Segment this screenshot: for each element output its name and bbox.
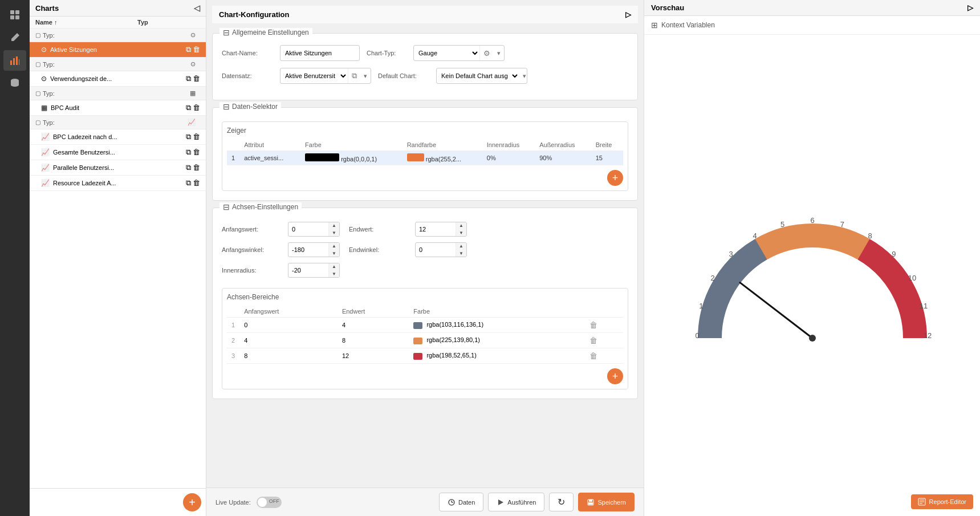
daten-button[interactable]: Daten xyxy=(439,493,483,511)
default-chart-select[interactable]: Kein Default Chart ausg xyxy=(437,71,519,81)
live-update-toggle[interactable]: OFF xyxy=(257,497,282,508)
datensatz-link-icon[interactable]: ⧉ xyxy=(348,68,360,83)
bereiche-th-empty xyxy=(227,306,239,318)
table-row[interactable]: 1 active_sessi... rgba(0,0,0,1) rgba(255… xyxy=(227,151,623,165)
chart-item-parallele[interactable]: 📈 Parallele Benutzersi... ⧉ 🗑 xyxy=(30,160,206,176)
nav-chart[interactable] xyxy=(3,50,26,71)
datensatz-select[interactable]: Aktive Benutzersit xyxy=(280,71,348,81)
chart-item-gesamte[interactable]: 📈 Gesamte Benutzersi... ⧉ 🗑 xyxy=(30,145,206,160)
config-title: Chart-Konfiguration xyxy=(219,10,289,19)
copy-icon-gesamte[interactable]: ⧉ xyxy=(186,148,191,157)
endwert-label: Endwert: xyxy=(349,226,406,233)
gauge-needle xyxy=(740,283,812,338)
group3-label: Typ: xyxy=(43,90,55,97)
bereiche-add-button[interactable]: + xyxy=(607,368,623,384)
ausfuehren-label: Ausführen xyxy=(507,499,536,506)
anfangswinkel-up[interactable]: ▲ xyxy=(329,242,339,250)
anfangswert-input[interactable] xyxy=(288,225,328,234)
add-chart-button[interactable]: + xyxy=(183,493,201,511)
item-name-audit: BPC Audit xyxy=(51,104,186,111)
refresh-button[interactable]: ↻ xyxy=(549,493,574,511)
delete-icon-parallele[interactable]: 🗑 xyxy=(193,163,200,172)
copy-icon-aktive[interactable]: ⧉ xyxy=(186,45,191,54)
copy-icon-verw[interactable]: ⧉ xyxy=(186,74,191,83)
gauge-label-9: 9 xyxy=(892,250,896,258)
preview-expand[interactable]: ▷ xyxy=(967,3,973,12)
anfangswert-down[interactable]: ▼ xyxy=(329,229,339,237)
endwinkel-down[interactable]: ▼ xyxy=(456,250,466,257)
config-collapse-right[interactable]: ▷ xyxy=(625,10,631,19)
endwert-up[interactable]: ▲ xyxy=(456,222,466,229)
nav-database[interactable] xyxy=(3,73,26,94)
svg-marker-12 xyxy=(498,499,503,505)
delete-icon-gesamte[interactable]: 🗑 xyxy=(193,148,200,157)
charts-title: Charts xyxy=(35,4,59,13)
chart-item-bpc-audit[interactable]: ▦ BPC Audit ⧉ 🗑 xyxy=(30,100,206,116)
endwinkel-up[interactable]: ▲ xyxy=(456,242,466,250)
row-num-1: 1 xyxy=(227,151,239,165)
bereiche-row-2[interactable]: 2 4 8 rgba(225,139,80,1) 🗑 xyxy=(227,333,623,348)
chart-group-2[interactable]: ▢ Typ: ⊙ xyxy=(30,58,206,71)
chart-typ-select[interactable]: Gauge xyxy=(414,48,479,58)
chart-group-3[interactable]: ▢ Typ: ▦ xyxy=(30,87,206,100)
charts-collapse-btn[interactable]: ◁ xyxy=(194,3,200,13)
daten-selektor-section: ⊟ Daten-Selektor Zeiger Attribut Farbe R… xyxy=(212,107,638,201)
gauge-label-6: 6 xyxy=(810,216,814,225)
gauge-settings-icon[interactable]: ⚙ xyxy=(479,46,494,60)
bereiche-delete-2[interactable]: 🗑 xyxy=(585,333,623,348)
ausfuehren-button[interactable]: Ausführen xyxy=(488,493,544,511)
nav-grid[interactable] xyxy=(3,5,26,25)
svg-rect-15 xyxy=(588,502,593,505)
innenradius-input[interactable] xyxy=(288,266,328,275)
endwinkel-input[interactable] xyxy=(416,245,456,254)
report-editor-button[interactable]: Report-Editor xyxy=(911,494,973,509)
chart-group-1[interactable]: ▢ Typ: ⊙ xyxy=(30,29,206,42)
datensatz-arrow[interactable]: ▾ xyxy=(360,72,371,80)
endwert-input[interactable] xyxy=(416,225,456,234)
chart-item-bpc-ladezeit[interactable]: 📈 BPC Ladezeit nach d... ⧉ 🗑 xyxy=(30,129,206,145)
daten-selektor-collapse[interactable]: ⊟ xyxy=(223,102,230,111)
delete-icon-bpc[interactable]: 🗑 xyxy=(193,132,200,141)
gauge-label-11: 11 xyxy=(919,302,927,310)
datensatz-label: Datensatz: xyxy=(222,72,273,79)
chart-group-4[interactable]: ▢ Typ: 📈 xyxy=(30,116,206,129)
copy-icon-bpc[interactable]: ⧉ xyxy=(186,132,191,141)
bereiche-row-3[interactable]: 3 8 12 rgba(198,52,65,1) 🗑 xyxy=(227,348,623,364)
innenradius-up[interactable]: ▲ xyxy=(329,263,339,270)
bereiche-delete-1[interactable]: 🗑 xyxy=(585,318,623,333)
gauge-label-0: 0 xyxy=(695,331,699,340)
chart-item-verwendungszeit[interactable]: ⊙ Verwendungszeit de... ⧉ 🗑 xyxy=(30,71,206,87)
refresh-icon: ↻ xyxy=(558,497,565,507)
delete-icon-resource[interactable]: 🗑 xyxy=(193,178,200,188)
bereiche-delete-3[interactable]: 🗑 xyxy=(585,348,623,364)
bereiche-row-1[interactable]: 1 0 4 rgba(103,116,136,1) 🗑 xyxy=(227,318,623,333)
chart-typ-arrow[interactable]: ▾ xyxy=(494,50,504,57)
default-chart-arrow[interactable]: ▾ xyxy=(519,72,527,80)
delete-icon-audit[interactable]: 🗑 xyxy=(193,103,200,112)
endwert-down[interactable]: ▼ xyxy=(456,229,466,237)
copy-icon-resource[interactable]: ⧉ xyxy=(186,178,191,188)
charts-panel: Charts ◁ Name ↑ Typ ▢ Typ: ⊙ ⊙ Aktive Si… xyxy=(30,0,206,516)
nav-edit[interactable] xyxy=(3,27,26,48)
anfangswinkel-input[interactable] xyxy=(288,245,328,254)
speichern-button[interactable]: Speichern xyxy=(578,493,635,511)
innenradius-down[interactable]: ▼ xyxy=(329,270,339,278)
anfangswert-up[interactable]: ▲ xyxy=(329,222,339,229)
bereiche-farbe-3: rgba(198,52,65,1) xyxy=(409,348,585,364)
bereiche-th-anfang: Anfangswert xyxy=(239,306,337,318)
allgemeine-collapse[interactable]: ⊟ xyxy=(223,28,230,37)
copy-icon-parallele[interactable]: ⧉ xyxy=(186,163,191,172)
copy-icon-audit[interactable]: ⧉ xyxy=(186,103,191,112)
col-name: Name ↑ xyxy=(35,19,137,26)
achsen-collapse[interactable]: ⊟ xyxy=(223,202,230,212)
allgemeine-body: Chart-Name: Chart-Typ: Gauge ⚙ ▾ Datensa… xyxy=(213,34,637,100)
anfangswinkel-down[interactable]: ▼ xyxy=(329,250,339,257)
zeiger-add-button[interactable]: + xyxy=(607,170,623,186)
kontext-plus-icon[interactable]: ⊞ xyxy=(651,21,658,30)
delete-icon-verw[interactable]: 🗑 xyxy=(193,74,200,83)
chart-name-input[interactable] xyxy=(280,45,360,61)
chart-item-resource[interactable]: 📈 Resource Ladezeit A... ⧉ 🗑 xyxy=(30,176,206,191)
item-actions-gesamte: ⧉ 🗑 xyxy=(186,148,200,157)
chart-item-aktive-sitzungen[interactable]: ⊙ Aktive Sitzungen ⧉ 🗑 xyxy=(30,42,206,58)
delete-icon-aktive[interactable]: 🗑 xyxy=(193,45,200,54)
